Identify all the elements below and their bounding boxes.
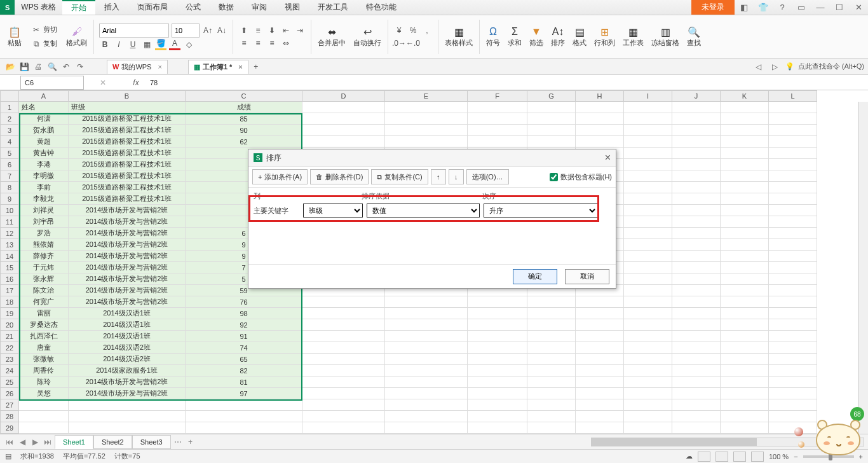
cell[interactable] bbox=[576, 411, 624, 422]
row-header-9[interactable]: 9 bbox=[0, 193, 19, 205]
cell[interactable] bbox=[302, 377, 385, 388]
percent-icon[interactable]: % bbox=[407, 25, 419, 36]
cell[interactable] bbox=[576, 388, 624, 399]
cell[interactable]: 雷丽 bbox=[19, 308, 69, 319]
help-icon[interactable]: ? bbox=[773, 0, 792, 15]
cell[interactable]: 姓名 bbox=[19, 102, 69, 113]
cell[interactable] bbox=[576, 125, 624, 136]
preview-icon[interactable]: 🔍 bbox=[46, 60, 58, 73]
cell[interactable] bbox=[624, 159, 672, 170]
cell[interactable] bbox=[672, 377, 721, 388]
cell[interactable] bbox=[721, 273, 769, 285]
cell[interactable] bbox=[527, 342, 576, 354]
cell[interactable] bbox=[672, 239, 721, 251]
cell[interactable] bbox=[19, 399, 69, 411]
cell[interactable] bbox=[624, 102, 672, 113]
cell[interactable] bbox=[769, 193, 817, 205]
cell[interactable] bbox=[769, 182, 817, 193]
col-header-E[interactable]: E bbox=[385, 90, 468, 102]
cell[interactable] bbox=[769, 331, 817, 342]
maximize-icon[interactable]: ☐ bbox=[830, 0, 849, 15]
cell[interactable]: 薛修齐 bbox=[19, 251, 69, 262]
col-header-H[interactable]: H bbox=[576, 90, 624, 102]
cell[interactable] bbox=[302, 411, 385, 422]
cell[interactable] bbox=[769, 342, 817, 354]
cell[interactable] bbox=[769, 125, 817, 136]
menu-tab-7[interactable]: 开发工具 bbox=[309, 0, 357, 15]
cell[interactable] bbox=[769, 354, 817, 365]
col-header-A[interactable]: A bbox=[19, 90, 69, 102]
cell[interactable] bbox=[468, 388, 527, 399]
redo-icon[interactable]: ↷ bbox=[74, 60, 86, 73]
cell[interactable] bbox=[302, 342, 385, 354]
search-hint[interactable]: 点此查找命令 (Alt+Q) bbox=[798, 62, 864, 71]
cell[interactable] bbox=[527, 136, 576, 148]
view-normal-icon[interactable] bbox=[698, 452, 710, 462]
cell[interactable] bbox=[769, 319, 817, 331]
minimize-icon[interactable]: — bbox=[811, 0, 830, 15]
cell[interactable] bbox=[721, 170, 769, 182]
ribbon-collapse-icon[interactable]: ▭ bbox=[792, 0, 811, 15]
cell[interactable] bbox=[769, 102, 817, 113]
format-button[interactable]: ▤格式 bbox=[569, 24, 590, 49]
cell[interactable] bbox=[302, 136, 385, 148]
has-header-checkbox[interactable]: 数据包含标题(H) bbox=[550, 172, 612, 182]
sort-button[interactable]: A↕排序 bbox=[547, 24, 569, 49]
row-header-16[interactable]: 16 bbox=[0, 273, 19, 285]
cell[interactable] bbox=[721, 365, 769, 377]
cell[interactable] bbox=[468, 102, 527, 113]
cell[interactable] bbox=[385, 113, 468, 125]
view-break-icon[interactable] bbox=[733, 452, 746, 462]
delete-criteria-button[interactable]: 🗑删除条件(D) bbox=[310, 169, 369, 184]
cell[interactable] bbox=[672, 113, 721, 125]
row-header-15[interactable]: 15 bbox=[0, 262, 19, 273]
cell[interactable] bbox=[576, 102, 624, 113]
cell[interactable]: 张永辉 bbox=[19, 273, 69, 285]
cell[interactable]: 唐童 bbox=[19, 342, 69, 354]
cell[interactable] bbox=[769, 308, 817, 319]
cell[interactable] bbox=[527, 113, 576, 125]
cell[interactable] bbox=[624, 193, 672, 205]
cell[interactable] bbox=[721, 193, 769, 205]
cell[interactable] bbox=[624, 365, 672, 377]
row-header-4[interactable]: 4 bbox=[0, 136, 19, 148]
cell[interactable] bbox=[385, 319, 468, 331]
cell[interactable] bbox=[721, 182, 769, 193]
cell[interactable] bbox=[624, 285, 672, 296]
tshirt-icon[interactable]: 👕 bbox=[754, 0, 773, 15]
row-header-23[interactable]: 23 bbox=[0, 354, 19, 365]
decrease-font-icon[interactable]: A↓ bbox=[216, 25, 227, 36]
cell[interactable]: 吴悠 bbox=[19, 388, 69, 399]
row-header-10[interactable]: 10 bbox=[0, 205, 19, 216]
cell[interactable]: 李明徽 bbox=[19, 170, 69, 182]
clear-format-icon[interactable]: ◇ bbox=[183, 39, 194, 50]
cell[interactable] bbox=[576, 308, 624, 319]
cell[interactable] bbox=[527, 125, 576, 136]
cell[interactable] bbox=[672, 296, 721, 308]
cell[interactable]: 2014级汉语1班 bbox=[69, 319, 186, 331]
currency-icon[interactable]: ¥ bbox=[393, 25, 405, 36]
move-up-button[interactable]: ↑ bbox=[431, 169, 446, 184]
copy-button[interactable]: ⧉复制 bbox=[28, 38, 60, 50]
cell[interactable]: 2014级市场开发与营销2班 bbox=[69, 388, 186, 399]
merge-center-button[interactable]: ⬌合并居中 bbox=[314, 24, 349, 49]
cell[interactable] bbox=[672, 422, 721, 434]
cell[interactable] bbox=[385, 342, 468, 354]
sheet-nav-next-icon[interactable]: ▶ bbox=[29, 436, 41, 448]
cell[interactable] bbox=[721, 262, 769, 273]
row-header-13[interactable]: 13 bbox=[0, 239, 19, 251]
cell[interactable]: 2014级市场开发与营销2班 bbox=[69, 216, 186, 228]
print-icon[interactable]: 🖨 bbox=[32, 60, 44, 73]
cell[interactable] bbox=[468, 399, 527, 411]
cell[interactable] bbox=[624, 239, 672, 251]
cell[interactable] bbox=[576, 296, 624, 308]
cell[interactable] bbox=[624, 148, 672, 159]
row-header-22[interactable]: 22 bbox=[0, 342, 19, 354]
dialog-titlebar[interactable]: S 排序 × bbox=[248, 149, 616, 166]
cell[interactable] bbox=[721, 388, 769, 399]
cell[interactable] bbox=[672, 125, 721, 136]
row-header-20[interactable]: 20 bbox=[0, 319, 19, 331]
cell[interactable] bbox=[769, 365, 817, 377]
sheet-nav-prev-icon[interactable]: ◀ bbox=[17, 436, 28, 448]
col-header-D[interactable]: D bbox=[302, 90, 385, 102]
